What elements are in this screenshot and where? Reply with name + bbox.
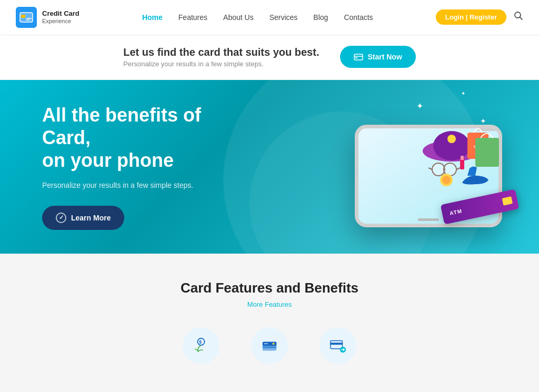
sparkle-icon: ✦ — [461, 91, 465, 96]
top-banner-subtext: Personalize your results in a few simple… — [123, 60, 319, 68]
logo-text: Credit Card Experience — [42, 9, 79, 25]
nav-links: Home Features About Us Services Blog Con… — [142, 13, 373, 22]
phone-illustration: % ATM — [350, 101, 507, 227]
phone-home-button — [418, 218, 439, 221]
nav-services[interactable]: Services — [270, 13, 298, 22]
svg-line-6 — [520, 17, 523, 20]
nav-right: Login | Register — [436, 9, 523, 25]
features-section: Card Features and Benefits More Features… — [0, 254, 539, 391]
feature-icon-stack — [251, 327, 288, 364]
svg-line-20 — [456, 168, 460, 169]
features-grid: $ — [21, 327, 518, 370]
feature-item-card-transfer — [320, 327, 356, 370]
hero-content: All the benefits of Card, on your phone … — [42, 104, 253, 230]
hero-heading: All the benefits of Card, on your phone — [42, 104, 253, 172]
atm-chip — [502, 196, 513, 205]
check-circle-icon: ✓ — [56, 213, 66, 223]
hero-section: All the benefits of Card, on your phone … — [0, 80, 539, 254]
login-register-button[interactable]: Login | Register — [436, 9, 506, 25]
nav-about[interactable]: About Us — [223, 13, 254, 22]
svg-point-31 — [273, 343, 275, 345]
credit-card-icon — [354, 52, 363, 62]
feature-item-cashback: $ — [183, 327, 219, 370]
nav-contacts[interactable]: Contacts — [344, 13, 373, 22]
nav-blog[interactable]: Blog — [313, 13, 328, 22]
top-banner-heading: Let us find the card that suits you best… — [123, 46, 319, 58]
logo: Credit Card Experience — [16, 7, 79, 28]
svg-rect-15 — [475, 138, 499, 167]
svg-point-16 — [432, 163, 445, 176]
stack-icon — [261, 337, 278, 355]
search-icon — [514, 11, 523, 21]
logo-icon — [16, 7, 37, 28]
nav-features[interactable]: Features — [178, 13, 207, 22]
shopping-items-svg: % — [394, 106, 510, 201]
svg-rect-2 — [21, 15, 25, 18]
features-heading: Card Features and Benefits — [21, 280, 518, 296]
svg-rect-7 — [354, 54, 363, 60]
feature-icon-cashback: $ — [183, 327, 219, 364]
svg-point-24 — [442, 176, 451, 184]
navbar: Credit Card Experience Home Features Abo… — [0, 0, 539, 34]
start-now-button[interactable]: Start Now — [340, 46, 415, 68]
feature-icon-card-transfer — [320, 327, 356, 364]
svg-rect-33 — [331, 343, 343, 345]
top-banner: Let us find the card that suits you best… — [0, 34, 539, 80]
more-features-link[interactable]: More Features — [247, 300, 292, 308]
cashback-icon: $ — [192, 337, 210, 355]
svg-rect-9 — [355, 57, 357, 58]
svg-rect-22 — [461, 156, 464, 160]
hero-illustration: ✦ ✦ ✦ — [286, 85, 518, 248]
nav-home[interactable]: Home — [142, 13, 163, 22]
learn-more-button[interactable]: ✓ Learn More — [42, 206, 124, 230]
svg-text:$: $ — [199, 339, 202, 345]
svg-point-12 — [447, 135, 456, 143]
feature-item-stack — [251, 327, 288, 370]
card-transfer-icon — [329, 337, 347, 355]
svg-line-19 — [428, 168, 432, 169]
hero-subtext: Personalize your results in a few simple… — [42, 179, 253, 191]
atm-label: ATM — [449, 208, 463, 216]
top-banner-text: Let us find the card that suits you best… — [123, 46, 319, 68]
search-button[interactable] — [514, 11, 523, 23]
